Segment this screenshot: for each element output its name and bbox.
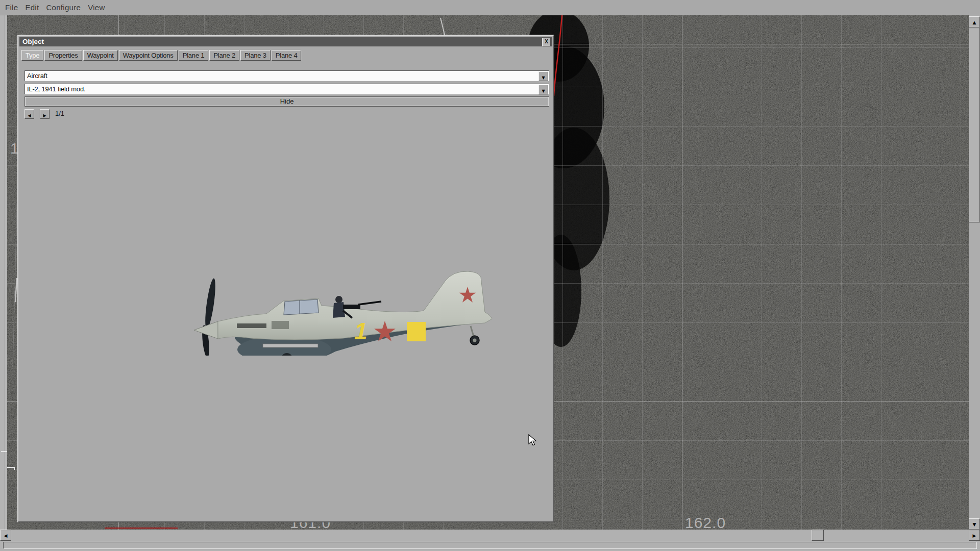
status-field <box>3 542 977 549</box>
tab-plane-2[interactable]: Plane 2 <box>209 50 239 61</box>
menu-bar: File Edit Configure View <box>0 0 980 15</box>
menu-edit[interactable]: Edit <box>25 3 39 12</box>
arrow-left-icon: ◀ <box>28 113 31 118</box>
horizontal-scrollbar[interactable]: ◀ ▶ <box>0 530 980 541</box>
scroll-up-button[interactable]: ▲ <box>969 16 980 28</box>
scroll-right-button[interactable]: ▶ <box>969 530 980 541</box>
tab-properties[interactable]: Properties <box>44 50 82 61</box>
tab-plane-1[interactable]: Plane 1 <box>179 50 209 61</box>
tab-plane-3[interactable]: Plane 3 <box>240 50 271 61</box>
close-button[interactable]: X <box>542 38 551 46</box>
vertical-scrollbar-thumb[interactable] <box>969 28 980 222</box>
hide-button[interactable]: Hide <box>24 96 549 107</box>
previous-object-button[interactable]: ◀ <box>24 109 34 119</box>
aircraft-canopy <box>284 299 318 315</box>
vertical-scrollbar[interactable]: ▲ ▼ <box>969 15 980 530</box>
dialog-title-bar[interactable]: Object X <box>19 37 552 46</box>
next-object-button[interactable]: ▶ <box>40 109 50 119</box>
yellow-square-marking <box>407 322 426 341</box>
chevron-down-icon: ▼ <box>542 89 545 93</box>
chevron-down-icon: ▼ <box>542 76 545 80</box>
map-edge-marker <box>1 451 7 452</box>
status-bar <box>0 541 980 551</box>
tab-type[interactable]: Type <box>21 50 43 61</box>
object-model-value: IL-2, 1941 field mod. <box>27 85 85 93</box>
scroll-down-button[interactable]: ▼ <box>969 518 980 530</box>
window-left-edge <box>0 15 7 541</box>
pager-count-label: 1/1 <box>55 109 64 118</box>
arrow-left-icon: ◀ <box>4 533 8 538</box>
grid-label-162: 162.0 <box>685 515 726 530</box>
dialog-title-text: Object <box>22 38 44 45</box>
tab-plane-4[interactable]: Plane 4 <box>272 50 302 61</box>
tab-waypoint[interactable]: Waypoint <box>83 50 118 61</box>
tail-wheel <box>470 326 479 345</box>
object-model-dropdown-button[interactable]: ▼ <box>538 85 548 94</box>
object-dialog: Object X Type Properties Waypoint Waypoi… <box>17 35 554 522</box>
dialog-tabs: Type Properties Waypoint Waypoint Option… <box>21 50 302 61</box>
tab-waypoint-options[interactable]: Waypoint Options <box>119 50 178 61</box>
object-type-dropdown[interactable]: Aircraft ▼ <box>24 70 549 81</box>
horizontal-scrollbar-thumb[interactable] <box>812 530 824 541</box>
object-model-dropdown[interactable]: IL-2, 1941 field mod. ▼ <box>24 84 549 94</box>
object-type-dropdown-button[interactable]: ▼ <box>538 71 548 81</box>
object-type-value: Aircraft <box>27 72 47 80</box>
arrow-up-icon: ▲ <box>973 20 976 25</box>
aircraft-preview-image: 1 <box>190 264 496 356</box>
arrow-down-icon: ▼ <box>973 522 976 527</box>
mouse-cursor <box>528 434 540 446</box>
arrow-right-icon: ▶ <box>43 113 46 118</box>
tactical-number-marking: 1 <box>354 318 368 344</box>
menu-configure[interactable]: Configure <box>46 3 81 12</box>
hide-button-label: Hide <box>280 97 294 105</box>
propeller-icon <box>201 278 217 356</box>
menu-view[interactable]: View <box>88 3 105 12</box>
arrow-right-icon: ▶ <box>973 533 976 538</box>
close-icon: X <box>545 39 548 44</box>
scroll-left-button[interactable]: ◀ <box>0 530 11 541</box>
menu-file[interactable]: File <box>5 3 18 12</box>
